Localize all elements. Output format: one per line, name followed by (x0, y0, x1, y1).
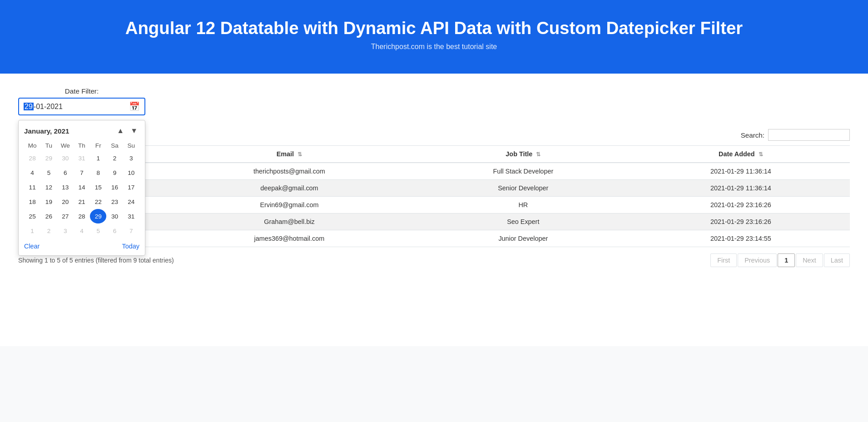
cell-email: Ervin69@gmail.com (164, 197, 415, 213)
calendar-day-cell[interactable]: 20 (57, 194, 74, 209)
calendar-day-cell[interactable]: 16 (106, 180, 123, 194)
calendar-day-cell[interactable]: 28 (74, 209, 90, 223)
calendar-day-cell[interactable]: 15 (90, 180, 106, 194)
calendar-day-cell[interactable]: 2 (40, 223, 57, 238)
calendar-day-cell[interactable]: 29 (90, 209, 106, 223)
cell-date_added: 2021-01-29 23:16:26 (632, 213, 850, 230)
calendar-day-cell[interactable]: 28 (24, 151, 40, 165)
calendar-day-cell[interactable]: 5 (40, 165, 57, 180)
calendar-day-cell[interactable]: 31 (74, 151, 90, 165)
calendar-day-cell[interactable]: 4 (24, 165, 40, 180)
page-title: Angular 12 Datatable with Dynamic API Da… (9, 18, 859, 38)
calendar-day-cell[interactable]: 17 (123, 180, 139, 194)
last-page-btn[interactable]: Last (824, 253, 850, 267)
calendar-today-btn[interactable]: Today (122, 243, 139, 250)
search-input[interactable] (768, 129, 850, 141)
main-content: Date Filter: 29-01-2021 📅 January, 2021 … (0, 74, 868, 346)
calendar-day-cell[interactable]: 14 (74, 180, 90, 194)
calendar-day-cell[interactable]: 31 (123, 209, 139, 223)
calendar-popup: January, 2021 ▲ ▼ Mo Tu We Th Fr Sa Su (18, 120, 145, 256)
cell-date_added: 2021-01-29 11:36:14 (632, 163, 850, 180)
calendar-icon[interactable]: 📅 (129, 101, 140, 112)
calendar-day-cell[interactable]: 6 (57, 165, 74, 180)
previous-page-btn[interactable]: Previous (738, 253, 777, 267)
cal-th-we: We (57, 140, 74, 151)
cal-th-mo: Mo (24, 140, 40, 151)
calendar-day-cell[interactable]: 11 (24, 180, 40, 194)
date-filter-label: Date Filter: (18, 87, 145, 95)
calendar-day-cell[interactable]: 21 (74, 194, 90, 209)
cell-job_title: Full Stack Developer (415, 163, 632, 180)
calendar-clear-btn[interactable]: Clear (24, 243, 40, 250)
calendar-day-cell[interactable]: 3 (57, 223, 74, 238)
current-page-btn[interactable]: 1 (778, 253, 795, 267)
calendar-prev-btn[interactable]: ▲ (115, 126, 126, 136)
calendar-grid: Mo Tu We Th Fr Sa Su 2829303112345678910… (24, 140, 139, 238)
calendar-day-cell[interactable]: 29 (40, 151, 57, 165)
calendar-day-cell[interactable]: 6 (106, 223, 123, 238)
cell-date_added: 2021-01-29 23:16:26 (632, 197, 850, 213)
cell-job_title: Senior Developer (415, 180, 632, 197)
date-input-value: 29-01-2021 (24, 103, 129, 111)
calendar-day-cell[interactable]: 24 (123, 194, 139, 209)
calendar-day-cell[interactable]: 13 (57, 180, 74, 194)
cal-th-th: Th (74, 140, 90, 151)
calendar-week-row: 28293031123 (24, 151, 139, 165)
cell-email: james369@hotmail.com (164, 230, 415, 247)
first-page-btn[interactable]: First (710, 253, 737, 267)
search-label: Search: (741, 131, 764, 139)
calendar-day-cell[interactable]: 30 (57, 151, 74, 165)
next-page-btn[interactable]: Next (796, 253, 823, 267)
date-filter-section: Date Filter: 29-01-2021 📅 January, 2021 … (18, 87, 145, 115)
showing-info: Showing 1 to 5 of 5 entries (filtered fr… (18, 257, 174, 264)
calendar-day-cell[interactable]: 1 (24, 223, 40, 238)
calendar-day-cell[interactable]: 27 (57, 209, 74, 223)
cell-email: deepak@gmail.com (164, 180, 415, 197)
calendar-day-cell[interactable]: 9 (106, 165, 123, 180)
cell-job_title: HR (415, 197, 632, 213)
calendar-next-btn[interactable]: ▼ (129, 126, 139, 136)
calendar-day-cell[interactable]: 7 (74, 165, 90, 180)
cal-th-sa: Sa (106, 140, 123, 151)
cell-date_added: 2021-01-29 23:14:55 (632, 230, 850, 247)
calendar-day-cell[interactable]: 26 (40, 209, 57, 223)
calendar-day-cell[interactable]: 12 (40, 180, 57, 194)
calendar-day-cell[interactable]: 22 (90, 194, 106, 209)
cal-th-su: Su (123, 140, 139, 151)
calendar-day-cell[interactable]: 8 (90, 165, 106, 180)
cal-th-fr: Fr (90, 140, 106, 151)
calendar-day-cell[interactable]: 4 (74, 223, 90, 238)
cell-email: Graham@bell.biz (164, 213, 415, 230)
calendar-day-cell[interactable]: 1 (90, 151, 106, 165)
calendar-day-cell[interactable]: 7 (123, 223, 139, 238)
calendar-day-cell[interactable]: 10 (123, 165, 139, 180)
calendar-header: January, 2021 ▲ ▼ (24, 126, 139, 136)
calendar-day-cell[interactable]: 23 (106, 194, 123, 209)
date-highlighted: 29 (24, 103, 34, 110)
calendar-day-cell[interactable]: 30 (106, 209, 123, 223)
calendar-day-cell[interactable]: 3 (123, 151, 139, 165)
cell-job_title: Junior Developer (415, 230, 632, 247)
cell-job_title: Seo Expert (415, 213, 632, 230)
col-date-added[interactable]: Date Added ⇅ (632, 146, 850, 163)
job-sort-icon: ⇅ (536, 151, 541, 158)
calendar-day-cell[interactable]: 25 (24, 209, 40, 223)
date-input-wrapper[interactable]: 29-01-2021 📅 (18, 98, 145, 115)
calendar-week-row: 25262728293031 (24, 209, 139, 223)
pagination: First Previous 1 Next Last (710, 253, 850, 267)
email-sort-icon: ⇅ (298, 151, 302, 158)
calendar-day-cell[interactable]: 18 (24, 194, 40, 209)
calendar-day-cell[interactable]: 5 (90, 223, 106, 238)
calendar-weekday-row: Mo Tu We Th Fr Sa Su (24, 140, 139, 151)
col-email[interactable]: Email ⇅ (164, 146, 415, 163)
calendar-month-label[interactable]: January, 2021 (24, 127, 69, 135)
date-sort-icon: ⇅ (759, 151, 763, 158)
calendar-day-cell[interactable]: 2 (106, 151, 123, 165)
calendar-day-cell[interactable]: 19 (40, 194, 57, 209)
cell-email: therichposts@gmail.com (164, 163, 415, 180)
col-job-title[interactable]: Job Title ⇅ (415, 146, 632, 163)
cell-date_added: 2021-01-29 11:36:14 (632, 180, 850, 197)
calendar-week-row: 11121314151617 (24, 180, 139, 194)
calendar-week-row: 45678910 (24, 165, 139, 180)
cal-th-tu: Tu (40, 140, 57, 151)
